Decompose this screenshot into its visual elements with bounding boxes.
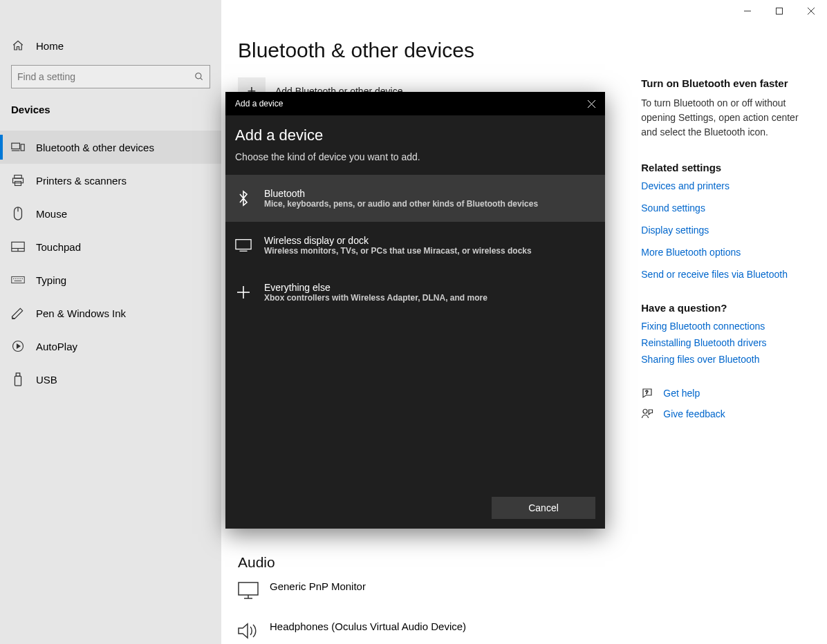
sidebar-item-label: Pen & Windows Ink bbox=[36, 307, 126, 319]
svg-rect-28 bbox=[239, 583, 258, 595]
sidebar-item-label: USB bbox=[36, 374, 57, 386]
link-display-settings[interactable]: Display settings bbox=[641, 225, 810, 236]
svg-point-4 bbox=[196, 73, 201, 79]
give-feedback-label: Give feedback bbox=[663, 408, 725, 419]
sidebar-item-label: Touchpad bbox=[36, 241, 81, 253]
option-title: Wireless display or dock bbox=[264, 235, 532, 246]
svg-rect-1 bbox=[777, 8, 783, 15]
svg-marker-31 bbox=[239, 624, 248, 638]
home-label: Home bbox=[36, 40, 64, 52]
tip-block: Turn on Bluetooth even faster To turn Bl… bbox=[641, 77, 810, 140]
home-icon bbox=[11, 39, 25, 53]
sidebar-item-usb[interactable]: USB bbox=[0, 363, 221, 396]
svg-rect-26 bbox=[16, 373, 19, 377]
sidebar-item-label: AutoPlay bbox=[36, 341, 77, 352]
monitor-icon bbox=[238, 580, 259, 601]
mouse-icon bbox=[11, 207, 25, 220]
link-sound-settings[interactable]: Sound settings bbox=[641, 202, 810, 214]
dialog-heading: Add a device bbox=[235, 126, 595, 144]
link-fix-bt[interactable]: Fixing Bluetooth connections bbox=[641, 321, 810, 332]
option-title: Everything else bbox=[264, 282, 487, 293]
sidebar-item-bluetooth[interactable]: Bluetooth & other devices bbox=[0, 131, 221, 164]
devices-icon bbox=[11, 140, 25, 154]
sidebar-item-pen[interactable]: Pen & Windows Ink bbox=[0, 296, 221, 330]
link-reinstall-bt[interactable]: Reinstalling Bluetooth drivers bbox=[641, 337, 810, 348]
window-controls bbox=[732, 0, 827, 22]
sidebar-item-touchpad[interactable]: Touchpad bbox=[0, 230, 221, 263]
display-icon bbox=[235, 237, 252, 254]
svg-marker-25 bbox=[17, 344, 21, 348]
printer-icon bbox=[11, 173, 25, 187]
option-bluetooth[interactable]: Bluetooth Mice, keyboards, pens, or audi… bbox=[225, 175, 605, 222]
device-row-monitor[interactable]: Generic PnP Monitor bbox=[238, 580, 613, 601]
svg-rect-36 bbox=[236, 240, 251, 249]
plus-icon bbox=[235, 284, 252, 301]
search-box[interactable] bbox=[11, 65, 210, 88]
link-more-bt-options[interactable]: More Bluetooth options bbox=[641, 247, 810, 258]
sidebar-item-label: Bluetooth & other devices bbox=[36, 142, 154, 153]
sidebar-item-typing[interactable]: Typing bbox=[0, 263, 221, 296]
sidebar-item-label: Printers & scanners bbox=[36, 175, 127, 187]
add-device-dialog: Add a device Add a device Choose the kin… bbox=[225, 92, 605, 529]
svg-line-5 bbox=[201, 78, 203, 80]
device-name: Headphones (Oculus Virtual Audio Device) bbox=[270, 621, 466, 632]
cancel-button[interactable]: Cancel bbox=[492, 497, 595, 519]
svg-rect-8 bbox=[21, 144, 24, 151]
dialog-close-button[interactable] bbox=[588, 100, 595, 108]
sidebar-item-label: Mouse bbox=[36, 208, 67, 220]
audio-section-title: Audio bbox=[238, 554, 613, 571]
speaker-icon bbox=[238, 621, 259, 641]
get-help-link[interactable]: ? Get help bbox=[641, 387, 810, 399]
give-feedback-link[interactable]: Give feedback bbox=[641, 408, 810, 420]
sidebar-section-header: Devices bbox=[0, 100, 221, 125]
pen-icon bbox=[11, 306, 25, 320]
autoplay-icon bbox=[11, 339, 25, 353]
sidebar: Home Devices Bluetooth & other devices P… bbox=[0, 0, 221, 644]
sidebar-item-printers[interactable]: Printers & scanners bbox=[0, 164, 221, 197]
svg-rect-11 bbox=[15, 182, 21, 186]
question-title: Have a question? bbox=[641, 302, 810, 314]
svg-text:?: ? bbox=[645, 389, 648, 395]
touchpad-icon bbox=[11, 240, 25, 254]
device-row-headphones[interactable]: Headphones (Oculus Virtual Audio Device) bbox=[238, 621, 613, 641]
option-title: Bluetooth bbox=[264, 188, 538, 199]
dialog-titlebar: Add a device bbox=[225, 92, 605, 115]
usb-icon bbox=[11, 372, 25, 386]
sidebar-item-mouse[interactable]: Mouse bbox=[0, 197, 221, 230]
feedback-icon bbox=[641, 408, 653, 420]
device-name: Generic PnP Monitor bbox=[270, 580, 366, 592]
link-share-bt[interactable]: Sharing files over Bluetooth bbox=[641, 354, 810, 365]
close-button[interactable] bbox=[795, 0, 827, 22]
page-title: Bluetooth & other devices bbox=[238, 39, 810, 62]
dialog-window-title: Add a device bbox=[235, 99, 283, 108]
related-title: Related settings bbox=[641, 162, 810, 173]
help-icon: ? bbox=[641, 387, 653, 399]
option-desc: Xbox controllers with Wireless Adapter, … bbox=[264, 293, 487, 303]
option-wireless-display[interactable]: Wireless display or dock Wireless monito… bbox=[225, 222, 605, 269]
svg-rect-10 bbox=[13, 178, 24, 183]
svg-rect-6 bbox=[12, 143, 20, 149]
keyboard-icon bbox=[11, 273, 25, 287]
dialog-subheading: Choose the kind of device you want to ad… bbox=[235, 151, 595, 162]
minimize-button[interactable] bbox=[732, 0, 763, 22]
option-desc: Wireless monitors, TVs, or PCs that use … bbox=[264, 246, 532, 256]
svg-rect-27 bbox=[15, 376, 21, 386]
get-help-label: Get help bbox=[663, 388, 700, 399]
tip-title: Turn on Bluetooth even faster bbox=[641, 77, 810, 89]
svg-rect-17 bbox=[12, 276, 24, 283]
sidebar-item-autoplay[interactable]: AutoPlay bbox=[0, 330, 221, 363]
sidebar-item-label: Typing bbox=[36, 274, 66, 286]
tip-body: To turn Bluetooth on or off without open… bbox=[641, 96, 810, 140]
option-desc: Mice, keyboards, pens, or audio and othe… bbox=[264, 199, 538, 209]
svg-rect-9 bbox=[15, 176, 22, 179]
link-devices-printers[interactable]: Devices and printers bbox=[641, 180, 810, 191]
svg-point-33 bbox=[643, 409, 647, 413]
question-block: Have a question? Fixing Bluetooth connec… bbox=[641, 302, 810, 365]
related-settings: Related settings Devices and printers So… bbox=[641, 162, 810, 280]
option-everything-else[interactable]: Everything else Xbox controllers with Wi… bbox=[225, 269, 605, 316]
maximize-button[interactable] bbox=[763, 0, 795, 22]
bluetooth-icon bbox=[235, 190, 252, 207]
search-input[interactable] bbox=[17, 71, 183, 82]
home-link[interactable]: Home bbox=[0, 32, 221, 59]
link-send-receive-bt[interactable]: Send or receive files via Bluetooth bbox=[641, 269, 810, 280]
